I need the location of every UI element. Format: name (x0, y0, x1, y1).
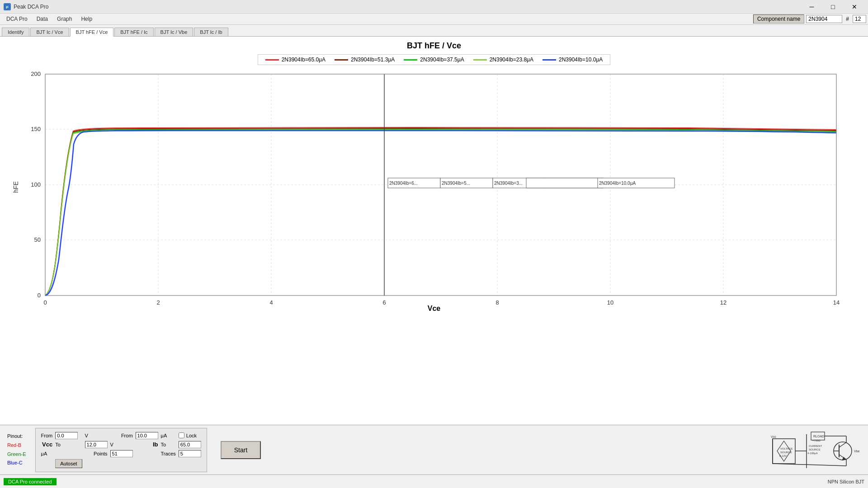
svg-text:≈700Ω: ≈700Ω (812, 439, 821, 442)
menu-help[interactable]: Help (76, 15, 97, 23)
vcc-from-input[interactable] (55, 432, 78, 439)
chart-legend: 2N3904Ib=65.0μA 2N3904Ib=51.3μA 2N3904Ib… (258, 54, 611, 65)
app-icon: P (4, 3, 11, 10)
chart-container: BJT hFE / Vce 2N3904Ib=65.0μA 2N3904Ib=5… (0, 37, 868, 425)
title-bar: P Peak DCA Pro ─ □ ✕ (0, 0, 868, 14)
ua-unit-2: μA (41, 451, 53, 456)
pinout-green: Green-E (7, 450, 26, 459)
maximize-button[interactable]: □ (823, 0, 843, 14)
svg-text:hFE: hFE (12, 181, 19, 193)
svg-text:0-12V: 0-12V (779, 455, 787, 457)
main-content: BJT hFE / Vce 2N3904Ib=65.0μA 2N3904Ib=5… (0, 37, 868, 474)
svg-text:CURRENT: CURRENT (809, 445, 822, 447)
ib-from-input[interactable] (136, 432, 158, 439)
legend-label-1: 2N3904Ib=65.0μA (282, 56, 326, 63)
tab-bjt-hfe-vce[interactable]: BJT hFE / Vce (70, 28, 114, 37)
component-number-input[interactable] (853, 15, 866, 23)
ua-unit-1: μA (161, 433, 176, 438)
pinout-blue: Blue-C (7, 459, 26, 468)
svg-text:50: 50 (34, 236, 41, 243)
legend-item-3: 2N3904Ib=37.5μA (404, 56, 464, 63)
svg-marker-54 (842, 457, 846, 460)
svg-text:2N3904Ib=6...: 2N3904Ib=6... (389, 181, 418, 186)
svg-text:VOLTAGE: VOLTAGE (780, 447, 793, 450)
chart-svg-wrapper[interactable]: 0 50 100 150 200 0 2 4 6 8 10 12 14 hFE (9, 70, 859, 425)
vcc-label: Vcc (41, 441, 53, 448)
svg-text:0: 0 (38, 292, 41, 299)
legend-label-4: 2N3904Ib=23.8μA (490, 56, 533, 63)
to-label-1: To (55, 442, 82, 447)
status-bar: DCA Pro connected NPN Silicon BJT (0, 474, 868, 488)
legend-label-2: 2N3904Ib=51.3μA (351, 56, 395, 63)
svg-text:200: 200 (31, 70, 41, 77)
component-type-status: NPN Silicon BJT (828, 479, 864, 484)
legend-line-5 (542, 59, 556, 61)
circuit-svg: RLOAD ≈700Ω VOLTAGE SOURCE (770, 430, 861, 470)
component-area: Component name # (753, 14, 866, 23)
menu-items: DCA Pro Data Graph Help (2, 15, 97, 23)
svg-text:SOURCE: SOURCE (809, 448, 821, 451)
legend-item-2: 2N3904Ib=51.3μA (335, 56, 395, 63)
app-title: Peak DCA Pro (14, 4, 48, 10)
svg-text:Vcc: Vcc (771, 435, 776, 438)
traces-input[interactable] (179, 450, 201, 457)
svg-text:8: 8 (495, 299, 499, 306)
points-input[interactable] (110, 450, 133, 457)
menu-dca-pro[interactable]: DCA Pro (2, 15, 32, 23)
svg-text:2N3904Ib=10.0μA: 2N3904Ib=10.0μA (599, 181, 636, 186)
v-unit-2: V (110, 442, 133, 447)
svg-text:2N3904Ib=5...: 2N3904Ib=5... (442, 181, 470, 186)
svg-text:150: 150 (31, 126, 41, 132)
svg-text:4-100μA: 4-100μA (807, 452, 818, 455)
connection-status: DCA Pro connected (4, 478, 57, 485)
svg-line-59 (773, 464, 846, 466)
svg-text:6: 6 (382, 299, 386, 306)
component-name-label: Component name (753, 14, 804, 23)
tab-bjt-hfe-ic[interactable]: BJT hFE / Ic (114, 28, 153, 36)
tab-bjt-ic-vce[interactable]: BJT Ic / Vce (30, 28, 69, 36)
vcc-to-input[interactable] (85, 441, 108, 448)
chart-svg[interactable]: 0 50 100 150 200 0 2 4 6 8 10 12 14 hFE (9, 70, 850, 309)
autoset-button[interactable]: Autoset (55, 459, 82, 468)
controls-box: From V From μA Lock Vcc To V Ib To μA Po… (35, 428, 207, 472)
svg-text:2N3904Ib=3...: 2N3904Ib=3... (494, 181, 523, 186)
legend-item-1: 2N3904Ib=65.0μA (265, 56, 326, 63)
window-controls: ─ □ ✕ (802, 0, 864, 14)
svg-text:4: 4 (269, 299, 273, 306)
pinout-label: Pinout: (7, 432, 26, 441)
tab-bjt-ic-vbe[interactable]: BJT Ic / Vbe (155, 28, 193, 36)
lock-area: Lock (179, 432, 201, 438)
from-label-2: From (110, 433, 133, 438)
legend-line-3 (404, 59, 417, 61)
tab-identify[interactable]: Identify (2, 28, 29, 36)
component-value-input[interactable] (806, 15, 842, 23)
ib-label: Ib (136, 441, 158, 448)
legend-label-5: 2N3904Ib=10.0μA (559, 56, 603, 63)
ib-to-input[interactable] (179, 441, 201, 448)
menu-data[interactable]: Data (32, 15, 52, 23)
svg-text:RLOAD: RLOAD (813, 435, 824, 438)
minimize-button[interactable]: ─ (802, 0, 822, 14)
close-button[interactable]: ✕ (844, 0, 864, 14)
tab-bjt-ic-ib[interactable]: BJT Ic / Ib (194, 28, 228, 36)
traces-label: Traces (161, 451, 176, 456)
v-unit-1: V (85, 433, 108, 438)
title-bar-left: P Peak DCA Pro (4, 3, 48, 10)
start-button[interactable]: Start (221, 441, 261, 459)
bottom-panel: Pinout: Red-B Green-E Blue-C From V From… (0, 425, 868, 474)
svg-text:14: 14 (833, 299, 840, 306)
circuit-diagram: RLOAD ≈700Ω VOLTAGE SOURCE (770, 430, 861, 470)
svg-rect-39 (526, 178, 603, 188)
pinout-red: Red-B (7, 441, 26, 450)
menu-graph[interactable]: Graph (52, 15, 76, 23)
lock-checkbox[interactable] (179, 432, 184, 438)
svg-text:P: P (6, 5, 9, 9)
points-label: Points (85, 451, 108, 456)
legend-line-2 (335, 59, 348, 61)
chart-title: BJT hFE / Vce (407, 41, 461, 51)
svg-line-52 (839, 442, 846, 447)
svg-text:12: 12 (720, 299, 726, 306)
from-label-1: From (41, 433, 53, 438)
legend-item-5: 2N3904Ib=10.0μA (542, 56, 603, 63)
lock-label: Lock (186, 433, 197, 438)
